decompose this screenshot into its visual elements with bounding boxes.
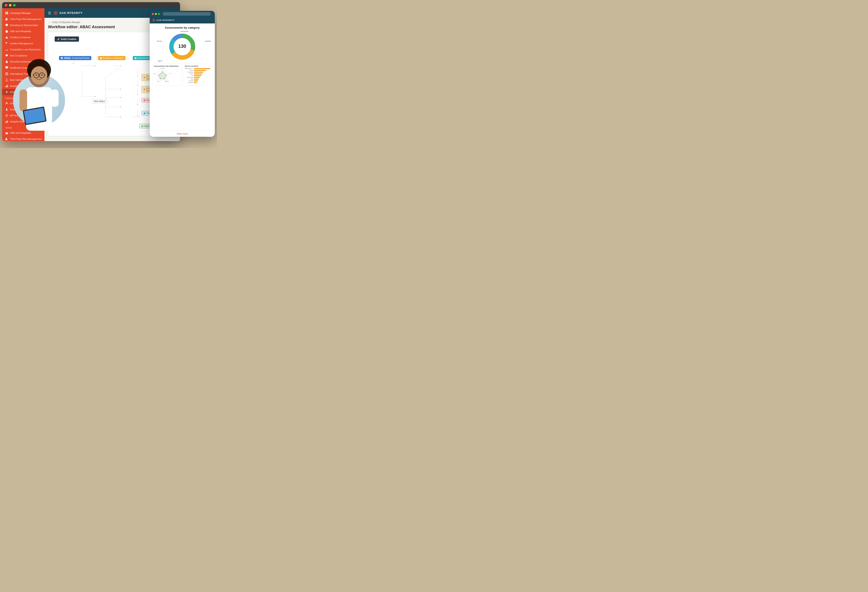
check-icon [141, 125, 143, 127]
mobile-close-btn[interactable] [152, 13, 154, 15]
svg-rect-66 [144, 99, 145, 101]
scale-icon [5, 48, 8, 51]
heart-icon [5, 24, 8, 27]
svg-rect-27 [6, 133, 8, 134]
svg-rect-7 [6, 31, 8, 33]
svg-text:High: High [154, 73, 155, 74]
bar-row-4: Albania [185, 73, 211, 74]
svg-point-90 [164, 78, 165, 79]
country-2-bar [194, 70, 206, 71]
health-icon [5, 66, 8, 69]
country-9-bar [194, 82, 197, 83]
risk-distribution-chart: Assessments risk distribution [152, 64, 182, 86]
countries-title: Top 10 countries [185, 65, 211, 67]
mobile-logo-icon [152, 19, 155, 22]
svg-rect-103 [51, 89, 59, 107]
close-button[interactable] [5, 4, 7, 6]
country-6-bar [194, 77, 200, 78]
view-more-button[interactable]: View more [150, 130, 215, 137]
svg-point-28 [6, 138, 7, 139]
alert-icon [5, 36, 8, 39]
mobile-min-btn[interactable] [155, 13, 157, 15]
bu-icon [143, 99, 146, 101]
chart2-icon [5, 120, 8, 123]
sidebar-item-incident[interactable]: Incident Management [2, 40, 44, 46]
upload-icon [5, 78, 8, 81]
flag-icon [5, 42, 8, 45]
distributor-label: Distributor [180, 30, 188, 33]
svg-rect-65 [144, 89, 145, 90]
svg-text:Medium: Medium [165, 81, 169, 82]
svg-rect-18 [7, 85, 8, 87]
sidebar-item-campaign-manager[interactable]: Campaign Manager [2, 10, 44, 16]
country-5-label: Iran [185, 75, 193, 76]
person-image-container [13, 57, 65, 148]
api-icon [5, 114, 8, 117]
bar-row-5: Iran [185, 75, 211, 76]
bar-row-7: China [185, 78, 211, 80]
svg-point-92 [158, 75, 159, 75]
svg-line-47 [105, 68, 119, 77]
sidebar-item-donations[interactable]: Donations & Sponsorships [2, 22, 44, 28]
business-badge: Business Justification [98, 56, 125, 60]
svg-point-67 [144, 112, 145, 114]
mobile-header: GAN INTEGRITY [150, 17, 215, 24]
svg-point-32 [55, 12, 57, 14]
svg-point-91 [160, 78, 161, 79]
sidebar-item-third-party[interactable]: Third Party Risk Management [2, 16, 44, 22]
svg-rect-0 [6, 12, 6, 13]
settings-icon [5, 90, 8, 93]
gift-icon [5, 30, 8, 33]
svg-rect-56 [100, 57, 102, 59]
bottom-charts: Assessments risk distribution [152, 64, 212, 86]
maximize-button[interactable] [13, 4, 16, 6]
country-4-label: Albania [185, 73, 193, 74]
entity-creation-node[interactable]: Entity Creation [55, 37, 79, 42]
svg-point-89 [166, 75, 167, 75]
entity-creation-button[interactable]: Entity Creation [55, 37, 79, 42]
globe-icon [5, 72, 8, 75]
minimize-button[interactable] [9, 4, 12, 6]
country-4-bar [194, 73, 202, 74]
mobile-max-btn[interactable] [158, 13, 160, 15]
svg-point-20 [6, 102, 7, 103]
mobile-device: GAN INTEGRITY Assessments by category Di… [150, 11, 215, 137]
business-justification-node: Business Justification [98, 56, 125, 60]
svg-point-112 [41, 74, 43, 75]
bar-row-8: Colombia [185, 80, 211, 81]
country-7-label: China [185, 78, 193, 80]
person-svg [13, 57, 65, 148]
person-icon [5, 108, 8, 111]
svg-rect-2 [6, 13, 6, 14]
donut-svg: 130 [167, 31, 198, 62]
svg-point-69 [142, 125, 143, 127]
sidebar-item-conflicts[interactable]: Conflicts of Interest [2, 34, 44, 40]
supplier-label: Supplier [205, 40, 211, 42]
sidebar-item-gifts[interactable]: Gifts and Hospitality [2, 28, 44, 34]
svg-rect-25 [7, 120, 8, 123]
new-status-node: New Status [92, 99, 108, 104]
country-6-label: Aland Islands [185, 77, 193, 78]
svg-rect-12 [6, 61, 8, 63]
svg-point-4 [6, 18, 7, 19]
country-7-bar [194, 78, 199, 80]
svg-rect-102 [19, 89, 27, 111]
radar-svg: Very Low Very High Medium Low High [154, 68, 171, 83]
risk-dist-title: Assessments risk distribution [154, 65, 180, 67]
gan-logo-icon [53, 11, 58, 15]
svg-rect-3 [7, 13, 8, 14]
mobile-content: GAN INTEGRITY Assessments by category Di… [150, 17, 215, 137]
country-3-bar [194, 72, 203, 73]
pencil-icon [57, 38, 60, 40]
back-arrow[interactable]: ← [48, 21, 51, 24]
sidebar-item-competition[interactable]: Competition Law Disclosures [2, 46, 44, 53]
users-icon [5, 18, 8, 21]
mobile-address-bar [163, 12, 211, 16]
final-icon [143, 112, 146, 114]
hamburger-icon[interactable]: ☰ [48, 11, 51, 15]
top-countries-chart: Top 10 countries United States of... Rus… [183, 64, 212, 86]
mac-titlebar [2, 2, 180, 8]
svg-rect-16 [6, 86, 6, 87]
country-3-label: Afghanistan [185, 71, 193, 73]
bar-row-3: Afghanistan [185, 71, 211, 73]
